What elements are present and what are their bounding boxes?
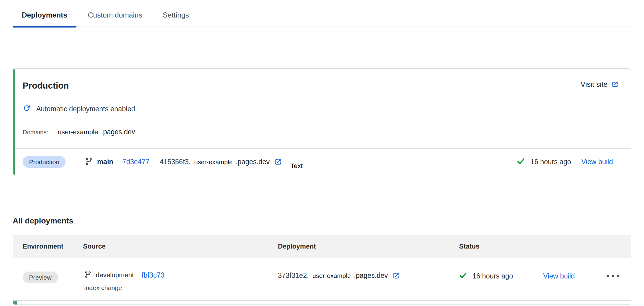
tab-settings[interactable]: Settings	[154, 9, 198, 27]
tab-deployments[interactable]: Deployments	[13, 9, 76, 27]
deployment-url-hash: 415356f3.	[160, 158, 191, 166]
production-deployment-row: Production main 7d3e477 415356f3. user-e…	[15, 148, 631, 175]
commit-message: index change	[84, 284, 278, 291]
external-link-icon	[611, 80, 619, 88]
next-row-partial	[13, 301, 631, 304]
table-row: Preview development fbf3c73 index change…	[13, 258, 631, 301]
git-branch-icon	[84, 271, 92, 279]
annotation-text: Text	[291, 162, 303, 170]
table-header-row: Environment Source Deployment Status	[13, 235, 631, 258]
column-header-status: Status	[459, 243, 631, 250]
deployment-time: 16 hours ago	[530, 158, 571, 166]
column-header-source: Source	[83, 243, 278, 250]
production-domain: user-example.pages.dev	[58, 128, 135, 136]
git-branch-icon	[85, 158, 93, 167]
domains-label: Domains:	[23, 129, 48, 136]
deployment-url: 373f31e2. user-example .pages.dev	[278, 272, 400, 280]
visit-site-link[interactable]: Visit site	[581, 80, 619, 89]
production-card: Production Visit site Automatic deployme…	[13, 68, 631, 175]
deployment-time: 16 hours ago	[472, 272, 513, 280]
environment-badge: Production	[23, 156, 66, 168]
tab-bar: Deployments Custom domains Settings	[13, 0, 631, 27]
tab-custom-domains[interactable]: Custom domains	[79, 9, 151, 27]
visit-site-label: Visit site	[581, 80, 607, 89]
production-card-title: Production	[23, 80, 69, 91]
commit-link[interactable]: 7d3e477	[122, 158, 150, 166]
external-link-icon[interactable]	[274, 158, 282, 166]
domain-subdomain: user-example	[58, 128, 98, 136]
deployment-url-subdomain: user-example	[194, 158, 233, 166]
deployment-url: 415356f3. user-example .pages.dev	[160, 158, 282, 166]
commit-link[interactable]: fbf3c73	[142, 271, 164, 279]
view-build-link[interactable]: View build	[581, 158, 613, 166]
environment-badge: Preview	[23, 272, 58, 283]
auto-deployments-text: Automatic deployments enabled	[36, 105, 135, 113]
column-header-environment: Environment	[23, 243, 83, 250]
ellipsis-menu-icon[interactable]: •••	[607, 273, 622, 279]
deployments-table: Environment Source Deployment Status Pre…	[13, 235, 631, 305]
deployment-url-subdomain: user-example	[312, 272, 351, 279]
check-icon	[517, 157, 525, 167]
deployment-url-suffix: .pages.dev	[354, 272, 388, 280]
deployment-url-hash: 373f31e2.	[278, 272, 309, 280]
branch-name: main	[97, 158, 113, 166]
external-link-icon[interactable]	[392, 272, 400, 280]
deployment-url-suffix: .pages.dev	[236, 158, 270, 166]
check-icon	[459, 272, 467, 281]
all-deployments-heading: All deployments	[13, 216, 631, 226]
column-header-deployment: Deployment	[278, 243, 459, 250]
refresh-icon	[23, 104, 31, 114]
view-build-link[interactable]: View build	[543, 272, 575, 280]
domain-suffix: .pages.dev	[101, 128, 135, 136]
branch-name: development	[96, 271, 134, 279]
